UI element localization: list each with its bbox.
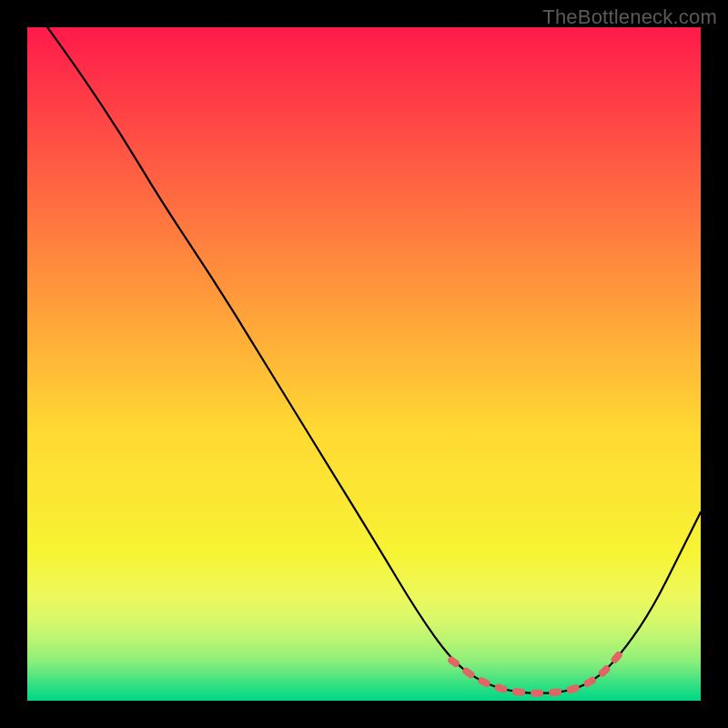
chart-frame: TheBottleneck.com (0, 0, 728, 728)
watermark-text: TheBottleneck.com (542, 5, 717, 29)
highlighted-dashed-segment (451, 653, 620, 693)
curve-layer (27, 27, 701, 701)
bottleneck-curve (47, 27, 701, 693)
gradient-plot-area (27, 27, 701, 701)
